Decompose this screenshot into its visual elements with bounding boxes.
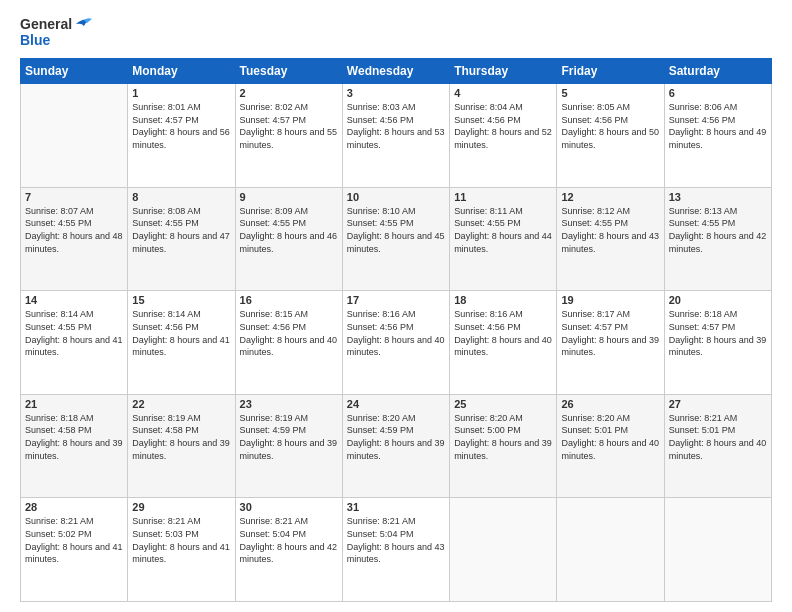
weekday-header: Monday	[128, 59, 235, 84]
day-info: Sunrise: 8:21 AMSunset: 5:02 PMDaylight:…	[25, 515, 123, 565]
calendar-cell: 7Sunrise: 8:07 AMSunset: 4:55 PMDaylight…	[21, 187, 128, 291]
header: General Blue	[20, 16, 772, 48]
day-info: Sunrise: 8:16 AMSunset: 4:56 PMDaylight:…	[347, 308, 445, 358]
weekday-header: Tuesday	[235, 59, 342, 84]
day-info: Sunrise: 8:19 AMSunset: 4:59 PMDaylight:…	[240, 412, 338, 462]
day-number: 1	[132, 87, 230, 99]
weekday-header: Thursday	[450, 59, 557, 84]
calendar-cell: 26Sunrise: 8:20 AMSunset: 5:01 PMDayligh…	[557, 394, 664, 498]
calendar-cell: 14Sunrise: 8:14 AMSunset: 4:55 PMDayligh…	[21, 291, 128, 395]
day-info: Sunrise: 8:16 AMSunset: 4:56 PMDaylight:…	[454, 308, 552, 358]
day-info: Sunrise: 8:14 AMSunset: 4:55 PMDaylight:…	[25, 308, 123, 358]
day-info: Sunrise: 8:07 AMSunset: 4:55 PMDaylight:…	[25, 205, 123, 255]
day-number: 29	[132, 501, 230, 513]
day-info: Sunrise: 8:05 AMSunset: 4:56 PMDaylight:…	[561, 101, 659, 151]
page: General Blue SundayMondayTuesdayWednesda…	[0, 0, 792, 612]
day-info: Sunrise: 8:18 AMSunset: 4:58 PMDaylight:…	[25, 412, 123, 462]
calendar-cell: 5Sunrise: 8:05 AMSunset: 4:56 PMDaylight…	[557, 84, 664, 188]
calendar-cell	[664, 498, 771, 602]
calendar-cell: 25Sunrise: 8:20 AMSunset: 5:00 PMDayligh…	[450, 394, 557, 498]
logo-graphic: General Blue	[20, 16, 92, 48]
day-number: 20	[669, 294, 767, 306]
day-number: 10	[347, 191, 445, 203]
day-number: 13	[669, 191, 767, 203]
day-number: 4	[454, 87, 552, 99]
logo: General Blue	[20, 16, 92, 48]
day-info: Sunrise: 8:04 AMSunset: 4:56 PMDaylight:…	[454, 101, 552, 151]
day-number: 21	[25, 398, 123, 410]
calendar-cell: 31Sunrise: 8:21 AMSunset: 5:04 PMDayligh…	[342, 498, 449, 602]
day-number: 28	[25, 501, 123, 513]
day-info: Sunrise: 8:18 AMSunset: 4:57 PMDaylight:…	[669, 308, 767, 358]
calendar-cell: 22Sunrise: 8:19 AMSunset: 4:58 PMDayligh…	[128, 394, 235, 498]
day-number: 7	[25, 191, 123, 203]
day-info: Sunrise: 8:12 AMSunset: 4:55 PMDaylight:…	[561, 205, 659, 255]
logo-text-general: General	[20, 16, 72, 32]
calendar-cell: 2Sunrise: 8:02 AMSunset: 4:57 PMDaylight…	[235, 84, 342, 188]
day-info: Sunrise: 8:10 AMSunset: 4:55 PMDaylight:…	[347, 205, 445, 255]
calendar-cell: 18Sunrise: 8:16 AMSunset: 4:56 PMDayligh…	[450, 291, 557, 395]
calendar-week-row: 1Sunrise: 8:01 AMSunset: 4:57 PMDaylight…	[21, 84, 772, 188]
calendar-cell: 3Sunrise: 8:03 AMSunset: 4:56 PMDaylight…	[342, 84, 449, 188]
weekday-header: Wednesday	[342, 59, 449, 84]
calendar-cell: 4Sunrise: 8:04 AMSunset: 4:56 PMDaylight…	[450, 84, 557, 188]
day-number: 8	[132, 191, 230, 203]
calendar-cell: 28Sunrise: 8:21 AMSunset: 5:02 PMDayligh…	[21, 498, 128, 602]
day-number: 12	[561, 191, 659, 203]
day-info: Sunrise: 8:01 AMSunset: 4:57 PMDaylight:…	[132, 101, 230, 151]
day-info: Sunrise: 8:20 AMSunset: 5:01 PMDaylight:…	[561, 412, 659, 462]
weekday-header: Saturday	[664, 59, 771, 84]
calendar-cell: 15Sunrise: 8:14 AMSunset: 4:56 PMDayligh…	[128, 291, 235, 395]
logo-bird-icon	[74, 16, 92, 32]
calendar-cell: 6Sunrise: 8:06 AMSunset: 4:56 PMDaylight…	[664, 84, 771, 188]
logo-text-blue: Blue	[20, 32, 50, 48]
calendar-week-row: 14Sunrise: 8:14 AMSunset: 4:55 PMDayligh…	[21, 291, 772, 395]
calendar-cell: 17Sunrise: 8:16 AMSunset: 4:56 PMDayligh…	[342, 291, 449, 395]
day-info: Sunrise: 8:02 AMSunset: 4:57 PMDaylight:…	[240, 101, 338, 151]
day-info: Sunrise: 8:20 AMSunset: 5:00 PMDaylight:…	[454, 412, 552, 462]
day-number: 31	[347, 501, 445, 513]
calendar-cell: 9Sunrise: 8:09 AMSunset: 4:55 PMDaylight…	[235, 187, 342, 291]
day-number: 11	[454, 191, 552, 203]
calendar-cell: 8Sunrise: 8:08 AMSunset: 4:55 PMDaylight…	[128, 187, 235, 291]
calendar-cell: 20Sunrise: 8:18 AMSunset: 4:57 PMDayligh…	[664, 291, 771, 395]
day-number: 6	[669, 87, 767, 99]
day-number: 23	[240, 398, 338, 410]
weekday-header: Friday	[557, 59, 664, 84]
calendar-cell	[21, 84, 128, 188]
day-number: 22	[132, 398, 230, 410]
day-number: 27	[669, 398, 767, 410]
calendar-cell: 29Sunrise: 8:21 AMSunset: 5:03 PMDayligh…	[128, 498, 235, 602]
day-info: Sunrise: 8:17 AMSunset: 4:57 PMDaylight:…	[561, 308, 659, 358]
calendar-cell: 19Sunrise: 8:17 AMSunset: 4:57 PMDayligh…	[557, 291, 664, 395]
calendar-week-row: 28Sunrise: 8:21 AMSunset: 5:02 PMDayligh…	[21, 498, 772, 602]
calendar-cell	[557, 498, 664, 602]
day-info: Sunrise: 8:06 AMSunset: 4:56 PMDaylight:…	[669, 101, 767, 151]
day-info: Sunrise: 8:14 AMSunset: 4:56 PMDaylight:…	[132, 308, 230, 358]
calendar-cell: 16Sunrise: 8:15 AMSunset: 4:56 PMDayligh…	[235, 291, 342, 395]
day-number: 26	[561, 398, 659, 410]
day-number: 2	[240, 87, 338, 99]
day-info: Sunrise: 8:20 AMSunset: 4:59 PMDaylight:…	[347, 412, 445, 462]
calendar-cell: 30Sunrise: 8:21 AMSunset: 5:04 PMDayligh…	[235, 498, 342, 602]
day-number: 16	[240, 294, 338, 306]
day-info: Sunrise: 8:21 AMSunset: 5:03 PMDaylight:…	[132, 515, 230, 565]
calendar-table: SundayMondayTuesdayWednesdayThursdayFrid…	[20, 58, 772, 602]
day-info: Sunrise: 8:03 AMSunset: 4:56 PMDaylight:…	[347, 101, 445, 151]
day-number: 9	[240, 191, 338, 203]
calendar-cell: 27Sunrise: 8:21 AMSunset: 5:01 PMDayligh…	[664, 394, 771, 498]
day-number: 18	[454, 294, 552, 306]
calendar-cell: 23Sunrise: 8:19 AMSunset: 4:59 PMDayligh…	[235, 394, 342, 498]
weekday-header: Sunday	[21, 59, 128, 84]
day-info: Sunrise: 8:13 AMSunset: 4:55 PMDaylight:…	[669, 205, 767, 255]
calendar-cell: 12Sunrise: 8:12 AMSunset: 4:55 PMDayligh…	[557, 187, 664, 291]
calendar-week-row: 21Sunrise: 8:18 AMSunset: 4:58 PMDayligh…	[21, 394, 772, 498]
day-number: 19	[561, 294, 659, 306]
day-number: 24	[347, 398, 445, 410]
day-number: 5	[561, 87, 659, 99]
day-info: Sunrise: 8:11 AMSunset: 4:55 PMDaylight:…	[454, 205, 552, 255]
calendar-cell: 11Sunrise: 8:11 AMSunset: 4:55 PMDayligh…	[450, 187, 557, 291]
calendar-week-row: 7Sunrise: 8:07 AMSunset: 4:55 PMDaylight…	[21, 187, 772, 291]
calendar-cell: 10Sunrise: 8:10 AMSunset: 4:55 PMDayligh…	[342, 187, 449, 291]
day-info: Sunrise: 8:21 AMSunset: 5:04 PMDaylight:…	[240, 515, 338, 565]
